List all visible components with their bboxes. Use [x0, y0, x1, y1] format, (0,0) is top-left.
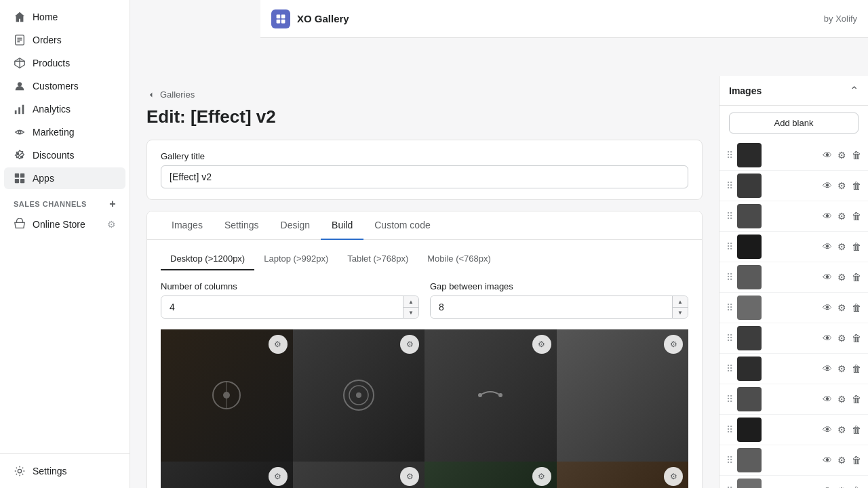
- sidebar-item-analytics[interactable]: Analytics: [4, 98, 125, 120]
- panel-delete-btn-4[interactable]: 🗑: [850, 240, 863, 253]
- panel-actions-6: 👁 ⚙ 🗑: [821, 301, 863, 314]
- panel-settings-btn-6[interactable]: ⚙: [836, 301, 848, 314]
- panel-image-row-5: ⠿ 👁 ⚙ 🗑: [719, 262, 868, 293]
- panel-delete-btn-9[interactable]: 🗑: [850, 392, 863, 406]
- panel-view-btn-9[interactable]: 👁: [821, 392, 833, 406]
- sidebar-item-customers[interactable]: Customers: [4, 75, 125, 97]
- sidebar-item-customers-label: Customers: [33, 81, 79, 92]
- panel-view-btn-12[interactable]: 👁: [821, 484, 833, 488]
- sidebar-item-orders[interactable]: Orders: [4, 29, 125, 51]
- drag-handle-3[interactable]: ⠿: [725, 209, 734, 223]
- panel-settings-btn-5[interactable]: ⚙: [836, 270, 848, 284]
- sub-tab-laptop[interactable]: Laptop (>992px): [254, 248, 338, 270]
- drag-handle-7[interactable]: ⠿: [725, 331, 734, 345]
- panel-delete-btn-8[interactable]: 🗑: [850, 362, 863, 375]
- panel-settings-btn-10[interactable]: ⚙: [836, 423, 848, 436]
- panel-delete-btn-10[interactable]: 🗑: [850, 423, 863, 436]
- tab-design[interactable]: Design: [270, 211, 321, 240]
- panel-view-btn-1[interactable]: 👁: [821, 148, 833, 162]
- image-settings-btn-6[interactable]: ⚙: [400, 467, 419, 486]
- panel-view-btn-2[interactable]: 👁: [821, 179, 833, 192]
- panel-delete-btn-12[interactable]: 🗑: [850, 484, 863, 488]
- columns-increment[interactable]: ▲: [403, 296, 418, 307]
- gap-increment[interactable]: ▲: [673, 296, 688, 307]
- panel-collapse-button[interactable]: ⌃: [850, 84, 859, 97]
- panel-thumb-1: [737, 143, 762, 167]
- drag-handle-8[interactable]: ⠿: [725, 362, 734, 375]
- tab-images[interactable]: Images: [161, 211, 214, 240]
- panel-settings-btn-1[interactable]: ⚙: [836, 148, 848, 162]
- drag-handle-1[interactable]: ⠿: [725, 148, 734, 162]
- panel-settings-btn-7[interactable]: ⚙: [836, 331, 848, 345]
- columns-decrement[interactable]: ▼: [403, 307, 418, 318]
- gap-input[interactable]: [431, 296, 672, 318]
- drag-handle-4[interactable]: ⠿: [725, 240, 734, 253]
- panel-settings-btn-11[interactable]: ⚙: [836, 453, 848, 467]
- panel-delete-btn-6[interactable]: 🗑: [850, 301, 863, 314]
- image-settings-btn-7[interactable]: ⚙: [532, 467, 551, 486]
- sidebar-item-marketing[interactable]: Marketing: [4, 121, 125, 143]
- image-cell-8: ⚙: [557, 462, 689, 489]
- image-settings-btn-4[interactable]: ⚙: [664, 335, 683, 354]
- panel-settings-btn-2[interactable]: ⚙: [836, 179, 848, 192]
- panel-delete-btn-7[interactable]: 🗑: [850, 331, 863, 345]
- image-settings-btn-2[interactable]: ⚙: [400, 335, 419, 354]
- discounts-icon: [14, 149, 26, 161]
- drag-handle-6[interactable]: ⠿: [725, 301, 734, 314]
- panel-view-btn-5[interactable]: 👁: [821, 270, 833, 284]
- svg-rect-21: [281, 14, 285, 18]
- panel-settings-btn-12[interactable]: ⚙: [836, 484, 848, 488]
- breadcrumb[interactable]: Galleries: [146, 89, 703, 100]
- sub-tab-desktop[interactable]: Desktop (>1200px): [161, 248, 254, 270]
- sidebar-item-home[interactable]: Home: [4, 6, 125, 28]
- add-sales-channel-button[interactable]: +: [109, 198, 116, 210]
- panel-delete-btn-11[interactable]: 🗑: [850, 453, 863, 467]
- drag-handle-11[interactable]: ⠿: [725, 453, 734, 467]
- tab-settings[interactable]: Settings: [214, 211, 270, 240]
- panel-delete-btn-1[interactable]: 🗑: [850, 148, 863, 162]
- gallery-title-input[interactable]: [161, 165, 688, 188]
- panel-view-btn-7[interactable]: 👁: [821, 331, 833, 345]
- panel-delete-btn-2[interactable]: 🗑: [850, 179, 863, 192]
- drag-handle-5[interactable]: ⠿: [725, 270, 734, 284]
- image-settings-btn-3[interactable]: ⚙: [532, 335, 551, 354]
- panel-thumb-5: [737, 265, 762, 289]
- drag-handle-9[interactable]: ⠿: [725, 392, 734, 406]
- sub-tab-mobile[interactable]: Mobile (<768px): [418, 248, 500, 270]
- panel-view-btn-3[interactable]: 👁: [821, 209, 833, 223]
- panel-view-btn-10[interactable]: 👁: [821, 423, 833, 436]
- sub-tab-tablet[interactable]: Tablet (>768px): [338, 248, 418, 270]
- drag-handle-12[interactable]: ⠿: [725, 484, 734, 488]
- drag-handle-2[interactable]: ⠿: [725, 179, 734, 192]
- image-settings-btn-8[interactable]: ⚙: [664, 467, 683, 486]
- panel-settings-btn-9[interactable]: ⚙: [836, 392, 848, 406]
- panel-settings-btn-3[interactable]: ⚙: [836, 209, 848, 223]
- tab-custom-code[interactable]: Custom code: [363, 211, 441, 240]
- gap-decrement[interactable]: ▼: [673, 307, 688, 318]
- columns-input-wrap: ▲ ▼: [161, 296, 419, 319]
- tab-build[interactable]: Build: [321, 211, 363, 240]
- panel-view-btn-4[interactable]: 👁: [821, 240, 833, 253]
- sidebar-item-online-store[interactable]: Online Store ⚙: [4, 214, 125, 235]
- panel-settings-btn-4[interactable]: ⚙: [836, 240, 848, 253]
- online-store-settings-icon[interactable]: ⚙: [107, 219, 116, 230]
- panel-view-btn-6[interactable]: 👁: [821, 301, 833, 314]
- sales-channels-header: SALES CHANNELS +: [4, 190, 125, 213]
- columns-input[interactable]: [161, 296, 403, 318]
- drag-handle-10[interactable]: ⠿: [725, 423, 734, 436]
- panel-delete-btn-5[interactable]: 🗑: [850, 270, 863, 284]
- image-settings-btn-1[interactable]: ⚙: [269, 335, 288, 354]
- sidebar-item-apps[interactable]: Apps: [4, 167, 125, 189]
- panel-settings-btn-8[interactable]: ⚙: [836, 362, 848, 375]
- add-blank-button[interactable]: Add blank: [729, 113, 859, 134]
- products-icon: [14, 57, 26, 69]
- sidebar-item-products[interactable]: Products: [4, 52, 125, 74]
- panel-delete-btn-3[interactable]: 🗑: [850, 209, 863, 223]
- sidebar-item-settings[interactable]: Settings: [4, 460, 125, 482]
- panel-view-btn-11[interactable]: 👁: [821, 453, 833, 467]
- panel-thumb-2: [737, 174, 762, 198]
- panel-view-btn-8[interactable]: 👁: [821, 362, 833, 375]
- sidebar-item-discounts[interactable]: Discounts: [4, 144, 125, 166]
- panel-thumb-6: [737, 296, 762, 320]
- image-settings-btn-5[interactable]: ⚙: [269, 467, 288, 486]
